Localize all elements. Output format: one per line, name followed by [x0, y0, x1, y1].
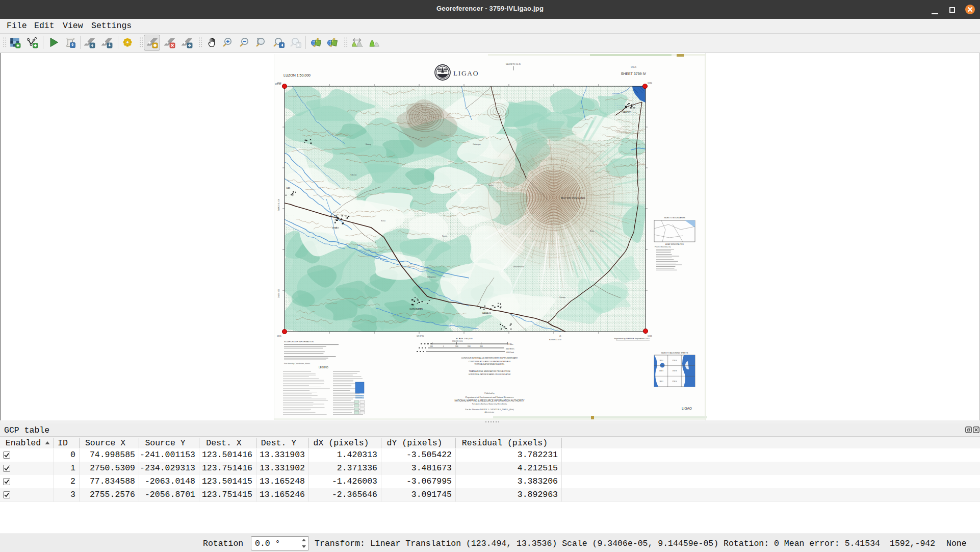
svg-text:Batang: Batang — [366, 143, 371, 145]
svg-text:3759 IV: 3759 IV — [673, 360, 677, 362]
svg-text:NATIONAL MAPPING & RESOURCE IN: NATIONAL MAPPING & RESOURCE INFORMATION … — [454, 399, 524, 402]
svg-text:4000 Meters: 4000 Meters — [506, 348, 514, 350]
svg-text:ALBAY MUNICIPALITIES: ALBAY MUNICIPALITIES — [665, 243, 684, 245]
svg-text:Administrator: Administrator — [485, 411, 495, 413]
svg-text:123 45: 123 45 — [631, 66, 636, 68]
svg-text:45: 45 — [559, 335, 561, 337]
svg-text:CONTOURS AT 10 AND 100 METER: CONTOURS AT 10 AND 100 METER INTERVALS — [469, 361, 511, 363]
svg-text:LIGAO: LIGAO — [332, 227, 339, 229]
svg-text:13 30: 13 30 — [648, 82, 652, 84]
svg-text:OAS 6 4 50: OAS 6 4 50 — [278, 289, 280, 298]
svg-text:13 15: 13 15 — [277, 335, 281, 337]
svg-text:3758 IV: 3758 IV — [673, 381, 677, 383]
svg-text:Mabayawas: Mabayawas — [427, 276, 436, 278]
svg-text:Binanderahan: Binanderahan — [513, 266, 524, 268]
svg-text:1 Miles: 1 Miles — [508, 343, 513, 345]
svg-text:Published by: Published by — [484, 392, 495, 394]
svg-text:TABACO 1 4 50: TABACO 1 4 50 — [278, 199, 280, 211]
svg-text:3759 III: 3759 III — [673, 370, 677, 372]
svg-text:Busac: Busac — [381, 220, 386, 222]
svg-text:MAGNETIC 14 45: MAGNETIC 14 45 — [506, 63, 521, 65]
svg-text:OAS: OAS — [286, 187, 290, 189]
svg-text:HORIZONTAL DATUM IS BASED ON L: HORIZONTAL DATUM IS BASED ON LUZON DATUM — [469, 373, 510, 375]
svg-text:13 30: 13 30 — [277, 82, 281, 84]
svg-text:SOURCES OF INFORMATION: SOURCES OF INFORMATION — [284, 340, 314, 343]
svg-text:Reprinted by NAMRIA September: Reprinted by NAMRIA September 2002 — [614, 337, 650, 340]
svg-text:Department of Environment and: Department of Environment and Natural Re… — [466, 396, 514, 398]
svg-text:LEGEND: LEGEND — [319, 366, 329, 369]
svg-text:SHEET 3759 IV: SHEET 3759 IV — [621, 72, 647, 76]
svg-text:SCALE 1:50,000: SCALE 1:50,000 — [456, 337, 473, 340]
svg-text:2000: 2000 — [468, 345, 471, 347]
svg-text:1000: 1000 — [430, 345, 433, 347]
svg-text:Quitago: Quitago — [559, 296, 565, 298]
svg-text:GUINOBATAN: GUINOBATAN — [409, 308, 423, 310]
svg-text:MAYON VOLCANO: MAYON VOLCANO — [561, 197, 585, 199]
svg-text:LUZON 1:50,000: LUZON 1:50,000 — [283, 73, 311, 77]
svg-text:Buga: Buga — [590, 230, 594, 232]
svg-text:Nasisi: Nasisi — [442, 235, 447, 237]
svg-text:MINDORO 1 4 50: MINDORO 1 4 50 — [452, 340, 463, 342]
svg-text:3000: 3000 — [480, 345, 483, 347]
svg-text:MALIPOT: MALIPOT — [623, 111, 631, 113]
svg-text:LIGAO: LIGAO — [453, 69, 479, 77]
svg-text:Paulog: Paulog — [488, 184, 494, 186]
svg-text:CONTOUR INTERVAL 20 METERS WIT: CONTOUR INTERVAL 20 METERS WITH SUPPLEME… — [461, 357, 518, 359]
svg-text:LIGAO: LIGAO — [682, 407, 692, 410]
svg-text:3658 I: 3658 I — [659, 381, 663, 383]
svg-text:TRANSVERSE MERCATOR PROJECTI: TRANSVERSE MERCATOR PROJECTION — [469, 370, 510, 372]
svg-text:Province Boundary City: Province Boundary City — [655, 246, 671, 248]
svg-text:INDEX TO BOUNDARIES: INDEX TO BOUNDARIES — [664, 217, 685, 219]
svg-text:Fort Andres Bonifacio, Makati: Fort Andres Bonifacio, Makati City, Metr… — [472, 403, 507, 405]
svg-text:3659 II: 3659 II — [659, 370, 663, 372]
svg-text:123 37 30: 123 37 30 — [417, 335, 424, 337]
svg-text:CAMALIG: CAMALIG — [482, 312, 491, 314]
svg-text:Tuburan: Tuburan — [350, 174, 357, 176]
svg-text:4000 Yards: 4000 Yards — [506, 352, 514, 354]
svg-text:3659 I: 3659 I — [659, 360, 663, 362]
svg-text:VERTICAL DATUM MEAN SEA LEVEL: VERTICAL DATUM MEAN SEA LEVEL — [475, 363, 505, 365]
svg-text:INDEX TO ADJOINING SHEETS: INDEX TO ADJOINING SHEETS — [661, 352, 688, 354]
svg-text:Port Moresby Coordinates, Mani: Port Moresby Coordinates, Manila — [284, 363, 310, 365]
svg-text:Cabangan: Cabangan — [473, 143, 481, 145]
svg-text:1000: 1000 — [455, 345, 458, 347]
svg-text:ALIGNED 1 50 00: ALIGNED 1 50 00 — [549, 339, 561, 341]
